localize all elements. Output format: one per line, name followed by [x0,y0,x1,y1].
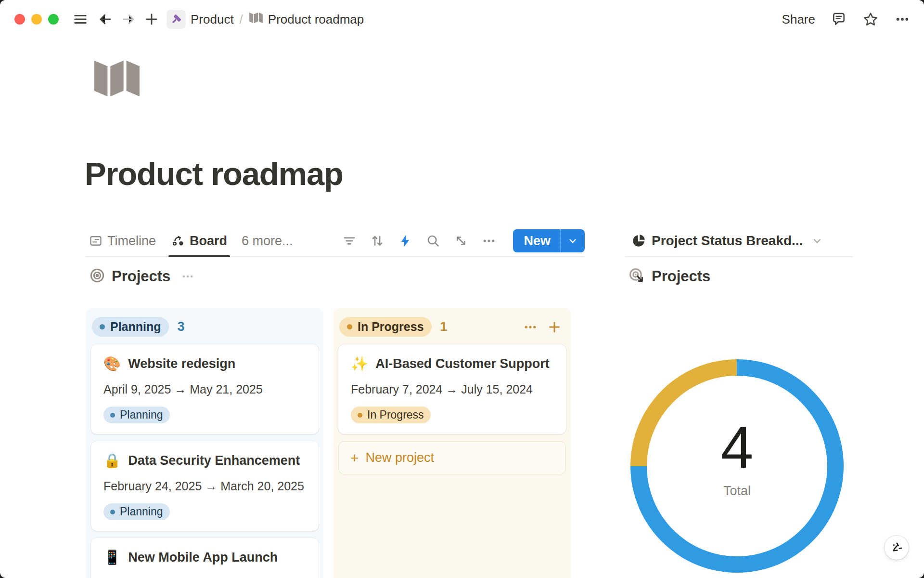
breadcrumb-map-icon [249,11,263,28]
column-in-progress-header: In Progress 1 [338,314,566,344]
chart-section-heading: Projects [629,265,710,288]
chart-view-label: Project Status Breakd... [652,233,803,249]
donut-center: 4 Total [630,352,844,565]
target-icon [90,268,105,285]
board-view-icon [171,234,185,248]
back-icon[interactable] [97,11,114,27]
notion-ai-face-button[interactable] [885,536,909,560]
card-new-mobile-app-launch[interactable]: 📱 New Mobile App Launch May 1, 2025 → Ma… [91,538,319,578]
board-columns: Planning 3 🎨 Website redesign April 9, 2… [86,308,571,578]
new-project-button[interactable]: + New project [338,441,566,474]
search-icon[interactable] [425,233,441,249]
tab-more-views[interactable]: 6 more... [238,225,297,256]
page-map-icon[interactable] [88,57,146,102]
plus-icon: + [350,451,359,465]
donut-chart[interactable]: 4 Total [630,359,844,573]
card-data-security-enhancement[interactable]: 🔒 Data Security Enhancement February 24,… [91,441,319,531]
column-planning: Planning 3 🎨 Website redesign April 9, 2… [86,308,323,578]
donut-total-label: Total [723,484,751,499]
column-in-progress-count: 1 [440,319,448,334]
app-window: Product / Product roadmap Share Product … [0,0,924,578]
status-badge: In Progress [351,407,431,423]
status-badge: Planning [103,503,170,520]
column-in-progress-cards: ✨ AI-Based Customer Support February 7, … [338,344,566,434]
breadcrumb: Product / Product roadmap [167,10,364,29]
in-progress-status-dot [347,324,352,329]
column-in-progress: In Progress 1 ✨ AI-Based Customer Suppor… [334,308,571,578]
column-planning-cards: 🎨 Website redesign April 9, 2025 → May 2… [91,344,319,578]
card-title: Website redesign [128,356,235,371]
filter-icon[interactable] [342,233,357,249]
tab-board[interactable]: Board [167,225,231,256]
status-badge: Planning [103,407,170,423]
zoom-window-button[interactable] [48,14,59,25]
workspace-hammer-icon[interactable] [167,10,186,29]
planning-status-dot [100,324,105,329]
topbar-actions: Share [782,11,911,27]
new-button[interactable]: New [513,229,560,252]
automations-lightning-icon[interactable] [398,233,413,249]
chart-view-chevron-icon[interactable] [811,235,823,247]
more-options-icon[interactable] [894,11,911,27]
close-window-button[interactable] [14,14,25,25]
board-section-heading: Projects [90,265,194,288]
donut-total-value: 4 [721,418,754,477]
breadcrumb-workspace[interactable]: Product [191,12,234,27]
palette-emoji-icon: 🎨 [103,357,121,371]
view-tabs-row: Timeline Board 6 more... [85,225,585,257]
breadcrumb-page[interactable]: Product roadmap [268,12,364,27]
column-planning-count: 3 [178,319,185,334]
chart-section-title[interactable]: Projects [652,268,710,285]
column-add-plus-icon[interactable] [547,319,562,335]
target-arrow-icon [629,267,645,286]
sidebar-menu-icon[interactable] [72,11,89,27]
forward-icon[interactable] [120,11,137,27]
sparkles-emoji-icon: ✨ [351,357,368,371]
column-in-progress-pill[interactable]: In Progress [339,317,432,337]
pie-chart-icon [631,234,646,248]
card-ai-based-customer-support[interactable]: ✨ AI-Based Customer Support February 7, … [338,344,566,434]
sort-icon[interactable] [370,233,385,249]
page-title[interactable]: Product roadmap [85,155,343,192]
board-section-title[interactable]: Projects [112,268,170,285]
column-planning-header: Planning 3 [91,314,319,344]
card-website-redesign[interactable]: 🎨 Website redesign April 9, 2025 → May 2… [91,344,319,434]
view-toolbar: New [342,229,585,252]
comments-icon[interactable] [831,11,847,27]
favorite-star-icon[interactable] [862,11,879,27]
mobile-phone-emoji-icon: 📱 [103,551,121,565]
card-title: Data Security Enhancement [128,453,300,468]
traffic-lights [14,14,59,25]
card-dates: February 7, 2024 → July 15, 2024 [351,382,553,396]
card-title: AI-Based Customer Support [375,356,550,371]
column-ellipsis-icon[interactable] [523,319,538,335]
new-button-dropdown-chevron-icon[interactable] [560,229,585,252]
view-options-ellipsis-icon[interactable] [481,233,497,249]
chart-view-tab[interactable]: Project Status Breakd... [625,225,853,257]
timeline-view-icon [89,234,103,248]
column-planning-pill[interactable]: Planning [92,317,169,337]
window-topbar: Product / Product roadmap Share [0,0,924,39]
minimize-window-button[interactable] [31,14,42,25]
expand-icon[interactable] [453,233,469,249]
card-dates: May 1, 2025 → May 30, 2025 [103,576,306,578]
breadcrumb-separator: / [240,12,243,27]
card-dates: February 24, 2025 → March 20, 2025 [103,479,306,493]
share-button[interactable]: Share [782,12,815,27]
new-tab-plus-icon[interactable] [143,11,160,27]
tab-timeline[interactable]: Timeline [85,225,160,256]
card-dates: April 9, 2025 → May 21, 2025 [103,382,306,396]
lock-emoji-icon: 🔒 [103,454,121,468]
card-title: New Mobile App Launch [128,550,278,565]
board-section-ellipsis-icon[interactable] [181,270,194,283]
new-button-group: New [513,229,585,252]
